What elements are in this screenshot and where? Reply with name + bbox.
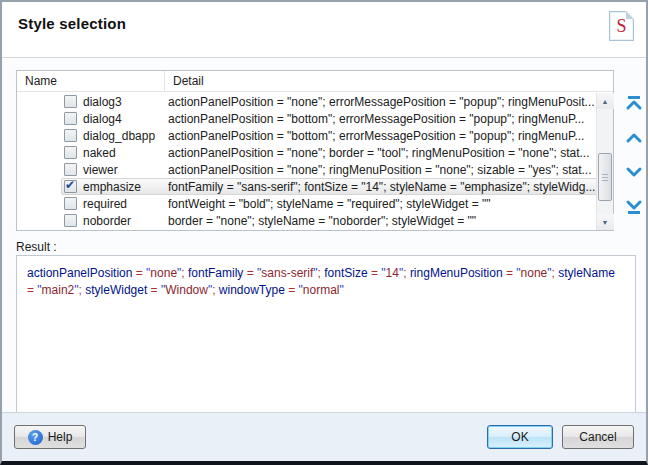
help-icon: ?	[28, 430, 43, 445]
row-highlight: dialog3actionPanelPosition = "none"; err…	[61, 93, 596, 110]
style-detail: actionPanelPosition = "bottom"; errorMes…	[168, 112, 593, 126]
cancel-button[interactable]: Cancel	[562, 425, 634, 449]
row-highlight: emphasizefontFamily = "sans-serif"; font…	[61, 178, 596, 195]
chevron-up-icon	[625, 130, 643, 146]
help-label: Help	[48, 430, 73, 444]
style-detail: actionPanelPosition = "none"; border = "…	[168, 146, 593, 160]
row-highlight: nakedactionPanelPosition = "none"; borde…	[61, 144, 596, 161]
style-checkbox[interactable]	[64, 163, 77, 176]
style-checkbox[interactable]	[64, 197, 77, 210]
move-bottom-icon	[625, 199, 643, 215]
style-detail: fontWeight = "bold"; styleName = "requir…	[168, 197, 593, 211]
style-selection-dialog: Style selection S Name Detail dialog3act…	[0, 0, 648, 465]
page-title: Style selection	[18, 15, 126, 32]
scrollbar-track[interactable]	[597, 109, 614, 214]
style-name: dialog4	[83, 112, 168, 126]
style-name: dialog_dbapp	[83, 129, 168, 143]
scroll-up-icon[interactable]: ▲	[597, 93, 614, 109]
column-header-name[interactable]: Name	[17, 71, 165, 91]
style-detail: actionPanelPosition = "none"; ringMenuPo…	[168, 163, 593, 177]
result-box: actionPanelPosition = "none"; fontFamily…	[16, 255, 636, 413]
move-down-button[interactable]	[625, 164, 643, 180]
table-row[interactable]: noborderborder = "none"; styleName = "no…	[17, 212, 596, 229]
style-detail: fontFamily = "sans-serif"; fontSize = "1…	[168, 180, 595, 194]
style-checkbox[interactable]	[64, 95, 77, 108]
move-up-button[interactable]	[625, 130, 643, 146]
result-text: actionPanelPosition = "none"; fontFamily…	[27, 266, 615, 297]
table-row[interactable]: nakedactionPanelPosition = "none"; borde…	[17, 144, 596, 161]
row-highlight: vieweractionPanelPosition = "none"; ring…	[61, 161, 596, 178]
reorder-buttons	[622, 95, 646, 215]
table-row[interactable]: dialog4actionPanelPosition = "bottom"; e…	[17, 110, 596, 127]
table-row[interactable]: emphasizefontFamily = "sans-serif"; font…	[17, 178, 596, 195]
column-header-detail[interactable]: Detail	[165, 71, 613, 91]
document-s-icon: S	[609, 11, 634, 41]
style-detail: actionPanelPosition = "bottom"; errorMes…	[168, 129, 593, 143]
style-name: required	[83, 197, 168, 211]
ok-button[interactable]: OK	[487, 425, 553, 449]
row-highlight: noborderborder = "none"; styleName = "no…	[61, 212, 596, 229]
dialog-content: Name Detail dialog3actionPanelPosition =…	[2, 59, 646, 412]
style-detail: border = "none"; styleName = "noborder";…	[168, 214, 593, 228]
chevron-down-icon	[625, 164, 643, 180]
row-highlight: requiredfontWeight = "bold"; styleName =…	[61, 195, 596, 212]
style-name: viewer	[83, 163, 168, 177]
style-checkbox[interactable]	[64, 129, 77, 142]
style-name: naked	[83, 146, 168, 160]
style-checkbox[interactable]	[64, 180, 77, 193]
icon-letter: S	[610, 16, 633, 37]
style-checkbox[interactable]	[64, 112, 77, 125]
style-checkbox[interactable]	[64, 146, 77, 159]
scrollbar-thumb[interactable]	[598, 153, 612, 201]
row-highlight: dialog4actionPanelPosition = "bottom"; e…	[61, 110, 596, 127]
styles-table: Name Detail dialog3actionPanelPosition =…	[16, 70, 614, 231]
help-button[interactable]: ? Help	[14, 425, 86, 449]
move-first-button[interactable]	[625, 95, 643, 111]
row-highlight: dialog_dbappactionPanelPosition = "botto…	[61, 127, 596, 144]
table-row[interactable]: dialog3actionPanelPosition = "none"; err…	[17, 93, 596, 110]
table-row[interactable]: vieweractionPanelPosition = "none"; ring…	[17, 161, 596, 178]
table-header: Name Detail	[17, 71, 613, 92]
scroll-down-icon[interactable]: ▼	[597, 214, 614, 230]
table-body: dialog3actionPanelPosition = "none"; err…	[17, 93, 596, 230]
dialog-header: Style selection S	[2, 2, 646, 58]
style-detail: actionPanelPosition = "none"; errorMessa…	[168, 95, 595, 109]
style-checkbox[interactable]	[64, 214, 77, 227]
style-name: dialog3	[83, 95, 168, 109]
move-top-icon	[625, 95, 643, 111]
result-label: Result :	[16, 240, 57, 254]
style-name: noborder	[83, 214, 168, 228]
dialog-footer: ? Help OK Cancel	[2, 412, 646, 461]
move-last-button[interactable]	[625, 199, 643, 215]
table-row[interactable]: requiredfontWeight = "bold"; styleName =…	[17, 195, 596, 212]
style-name: emphasize	[83, 180, 168, 194]
table-row[interactable]: dialog_dbappactionPanelPosition = "botto…	[17, 127, 596, 144]
vertical-scrollbar[interactable]: ▲ ▼	[596, 93, 613, 230]
